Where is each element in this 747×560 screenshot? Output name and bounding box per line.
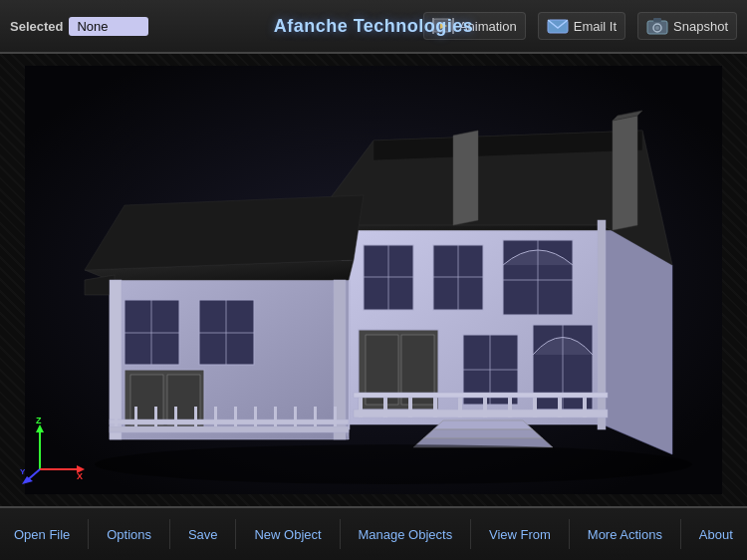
svg-marker-15	[613, 116, 637, 230]
svg-rect-42	[458, 395, 462, 418]
divider-3	[235, 519, 236, 549]
svg-marker-55	[85, 195, 364, 270]
svg-text:Y: Y	[20, 467, 26, 476]
svg-rect-77	[254, 407, 257, 426]
svg-rect-71	[134, 407, 137, 426]
bottom-bar: Open File Options Save New Object Manage…	[0, 506, 747, 560]
house-3d-svg	[25, 66, 722, 494]
app-title: Afanche Technologies	[274, 16, 474, 37]
svg-rect-60	[199, 300, 254, 365]
svg-rect-40	[408, 395, 412, 418]
email-icon	[547, 17, 569, 35]
view-from-button[interactable]: View From	[479, 521, 561, 548]
svg-rect-78	[274, 407, 277, 426]
svg-rect-48	[354, 393, 608, 398]
divider-1	[88, 519, 89, 549]
top-bar: Selected None Afanche Technologies Anima…	[0, 0, 747, 54]
snapshot-button[interactable]: Snapshot	[637, 12, 737, 40]
svg-rect-72	[154, 407, 157, 426]
divider-4	[340, 519, 341, 549]
email-button[interactable]: Email It	[538, 12, 625, 40]
selected-label: Selected None	[10, 17, 148, 36]
svg-rect-57	[124, 300, 179, 365]
selected-text: Selected	[10, 19, 63, 34]
svg-rect-74	[194, 407, 197, 426]
svg-rect-47	[583, 395, 587, 418]
svg-marker-17	[453, 131, 478, 225]
svg-marker-84	[36, 424, 44, 432]
about-button[interactable]: About	[689, 521, 743, 548]
svg-rect-38	[359, 395, 363, 418]
svg-rect-43	[483, 395, 487, 418]
svg-rect-39	[383, 395, 387, 418]
axis-indicator: Z X Y	[20, 415, 90, 488]
svg-rect-45	[533, 395, 537, 418]
new-object-button[interactable]: New Object	[244, 521, 331, 548]
snapshot-label: Snapshot	[673, 19, 728, 34]
house-container	[0, 54, 747, 506]
svg-rect-44	[508, 395, 512, 418]
svg-rect-41	[433, 395, 437, 418]
svg-rect-73	[174, 407, 177, 426]
svg-rect-70	[115, 407, 118, 426]
svg-rect-79	[294, 407, 297, 426]
divider-6	[569, 519, 570, 549]
save-button[interactable]: Save	[178, 521, 228, 548]
svg-point-8	[655, 26, 659, 30]
svg-text:Z: Z	[36, 416, 42, 425]
svg-rect-68	[110, 426, 349, 432]
svg-rect-6	[653, 18, 661, 22]
svg-rect-69	[110, 420, 349, 424]
svg-point-82	[95, 444, 692, 484]
svg-rect-80	[314, 407, 317, 426]
more-actions-button[interactable]: More Actions	[578, 521, 672, 548]
svg-rect-46	[558, 395, 562, 418]
svg-marker-11	[603, 225, 672, 454]
manage-objects-button[interactable]: Manage Objects	[349, 521, 463, 548]
divider-7	[680, 519, 681, 549]
divider-2	[169, 519, 170, 549]
svg-rect-76	[234, 407, 237, 426]
svg-marker-50	[423, 429, 543, 438]
snapshot-icon	[646, 17, 668, 35]
svg-rect-81	[334, 407, 337, 426]
options-button[interactable]: Options	[97, 521, 161, 548]
divider-5	[470, 519, 471, 549]
selected-value: None	[69, 17, 148, 36]
svg-marker-49	[433, 420, 533, 429]
svg-text:X: X	[77, 471, 83, 481]
open-file-button[interactable]: Open File	[4, 521, 80, 548]
svg-rect-75	[214, 407, 217, 426]
svg-rect-36	[598, 220, 606, 429]
svg-rect-37	[354, 410, 608, 418]
email-label: Email It	[574, 19, 617, 34]
main-viewport[interactable]: Z X Y	[0, 54, 747, 506]
